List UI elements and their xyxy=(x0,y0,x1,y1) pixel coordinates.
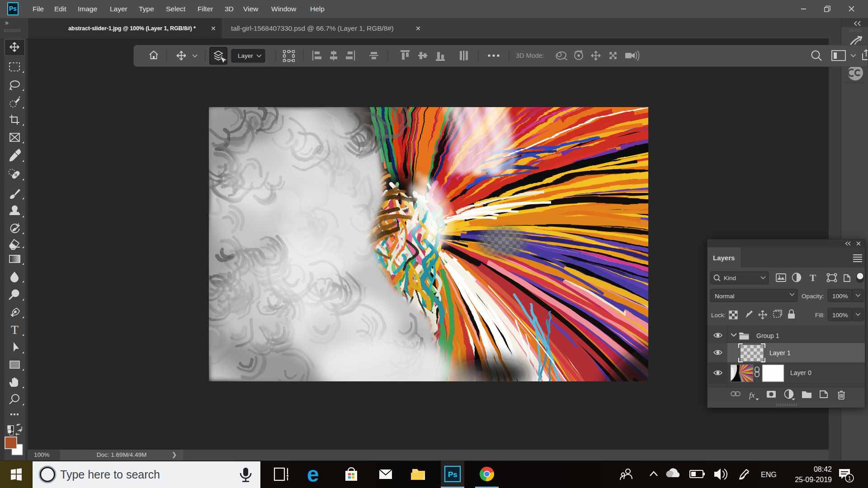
svg-text:1: 1 xyxy=(848,475,851,482)
svg-text:3D Mode:: 3D Mode: xyxy=(516,52,544,59)
svg-text:T: T xyxy=(810,272,816,283)
svg-text:Kind: Kind xyxy=(724,275,736,282)
svg-text:Normal: Normal xyxy=(715,293,735,300)
svg-text:T: T xyxy=(11,323,19,337)
svg-text:Type here to search: Type here to search xyxy=(60,468,160,481)
svg-text:Layer 1: Layer 1 xyxy=(769,349,791,357)
svg-text:ENG: ENG xyxy=(761,471,777,479)
svg-text:08:42: 08:42 xyxy=(814,465,832,473)
svg-text:Group 1: Group 1 xyxy=(756,332,779,339)
svg-text:e: e xyxy=(307,462,319,486)
svg-text:Layer 0: Layer 0 xyxy=(790,369,811,376)
svg-text:fx: fx xyxy=(749,391,755,399)
svg-text:100%: 100% xyxy=(832,293,848,300)
svg-text:100%: 100% xyxy=(832,312,848,319)
svg-text:Ps: Ps xyxy=(448,470,458,479)
svg-text:Layer: Layer xyxy=(238,52,253,59)
svg-text:Lock:: Lock: xyxy=(711,312,726,319)
svg-text:Opacity:: Opacity: xyxy=(802,293,824,300)
svg-text:25-09-2019: 25-09-2019 xyxy=(795,476,832,483)
svg-text:Layers: Layers xyxy=(713,254,735,262)
svg-text:Fill:: Fill: xyxy=(815,312,825,319)
